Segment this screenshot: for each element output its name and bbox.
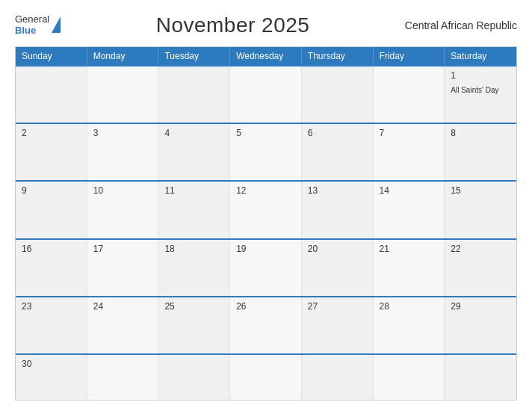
day-cell — [302, 67, 374, 123]
day-cell: 14 — [374, 182, 445, 238]
day-header-wednesday: Wednesday — [230, 47, 302, 65]
day-number: 10 — [93, 185, 152, 196]
day-cell: 22 — [445, 240, 516, 296]
day-number: 20 — [308, 244, 367, 254]
day-cell: 19 — [230, 240, 302, 296]
day-header-friday: Friday — [374, 47, 445, 65]
country-name: Central African Republic — [405, 19, 517, 31]
calendar-title: November 2025 — [156, 13, 310, 37]
day-number: 22 — [451, 244, 510, 254]
day-number: 19 — [236, 244, 295, 254]
day-number: 26 — [236, 301, 295, 312]
day-cell: 5 — [230, 124, 302, 180]
day-number: 18 — [164, 244, 223, 254]
day-cell: 28 — [374, 297, 445, 353]
weeks: 1All Saints' Day234567891011121314151617… — [16, 65, 516, 400]
day-cell: 21 — [374, 240, 445, 296]
day-cell — [158, 355, 230, 400]
day-cell — [445, 355, 516, 400]
day-cell: 25 — [158, 297, 230, 353]
day-number: 4 — [164, 128, 223, 138]
day-cell: 24 — [87, 297, 159, 353]
day-number: 14 — [380, 185, 439, 196]
day-cell — [302, 355, 374, 400]
week-row-1: 1All Saints' Day — [16, 65, 516, 123]
day-cell: 1All Saints' Day — [445, 67, 516, 123]
day-number: 23 — [22, 301, 81, 312]
week-row-3: 9101112131415 — [16, 180, 516, 238]
week-row-5: 23242526272829 — [16, 296, 516, 353]
day-cell — [374, 67, 445, 123]
day-number: 24 — [93, 301, 152, 312]
day-number: 3 — [93, 128, 152, 138]
day-number: 16 — [22, 244, 81, 254]
logo: General Blue — [15, 14, 61, 37]
day-cell: 30 — [16, 355, 87, 400]
day-number: 11 — [164, 185, 223, 196]
header: General Blue November 2025 Central Afric… — [15, 13, 517, 37]
day-header-thursday: Thursday — [302, 47, 374, 65]
day-cell — [230, 67, 302, 123]
day-number: 7 — [380, 128, 439, 138]
day-number: 28 — [380, 301, 439, 312]
day-number: 5 — [236, 128, 295, 138]
day-cell: 3 — [87, 124, 159, 180]
day-number: 29 — [451, 301, 510, 312]
day-cell: 18 — [158, 240, 230, 296]
day-cell: 27 — [302, 297, 374, 353]
week-row-4: 16171819202122 — [16, 238, 516, 296]
day-number: 12 — [236, 185, 295, 196]
day-cell: 23 — [16, 297, 87, 353]
day-number: 27 — [308, 301, 367, 312]
day-cell: 9 — [16, 182, 87, 238]
day-cell: 26 — [230, 297, 302, 353]
day-number: 15 — [451, 185, 510, 196]
week-row-2: 2345678 — [16, 123, 516, 180]
day-cell: 29 — [445, 297, 516, 353]
day-cell: 10 — [87, 182, 159, 238]
day-cell — [230, 355, 302, 400]
day-number: 30 — [22, 359, 81, 369]
day-cell: 4 — [158, 124, 230, 180]
day-number: 2 — [22, 128, 81, 138]
day-cell: 8 — [445, 124, 516, 180]
day-header-tuesday: Tuesday — [158, 47, 230, 65]
logo-triangle-icon — [52, 16, 61, 33]
day-headers: SundayMondayTuesdayWednesdayThursdayFrid… — [16, 47, 516, 65]
day-cell: 13 — [302, 182, 374, 238]
day-cell: 2 — [16, 124, 87, 180]
logo-text: General Blue — [15, 14, 49, 37]
day-number: 8 — [451, 128, 510, 138]
day-cell: 15 — [445, 182, 516, 238]
day-cell — [158, 67, 230, 123]
day-header-monday: Monday — [87, 47, 159, 65]
day-cell: 11 — [158, 182, 230, 238]
day-number: 21 — [380, 244, 439, 254]
day-number: 1 — [451, 70, 510, 81]
day-cell — [87, 67, 159, 123]
day-number: 6 — [308, 128, 367, 138]
day-cell — [374, 355, 445, 400]
day-cell: 7 — [374, 124, 445, 180]
day-header-sunday: Sunday — [16, 47, 87, 65]
day-cell: 12 — [230, 182, 302, 238]
day-cell: 16 — [16, 240, 87, 296]
day-cell — [87, 355, 159, 400]
logo-blue: Blue — [15, 25, 49, 37]
day-number: 9 — [22, 185, 81, 196]
day-number: 25 — [164, 301, 223, 312]
calendar: SundayMondayTuesdayWednesdayThursdayFrid… — [15, 46, 517, 401]
event-label: All Saints' Day — [451, 86, 498, 94]
day-header-saturday: Saturday — [445, 47, 516, 65]
day-number: 13 — [308, 185, 367, 196]
day-number: 17 — [93, 244, 152, 254]
day-cell: 17 — [87, 240, 159, 296]
logo-general: General — [15, 14, 49, 25]
week-row-6: 30 — [16, 353, 516, 400]
day-cell: 6 — [302, 124, 374, 180]
day-cell — [16, 67, 87, 123]
day-cell: 20 — [302, 240, 374, 296]
